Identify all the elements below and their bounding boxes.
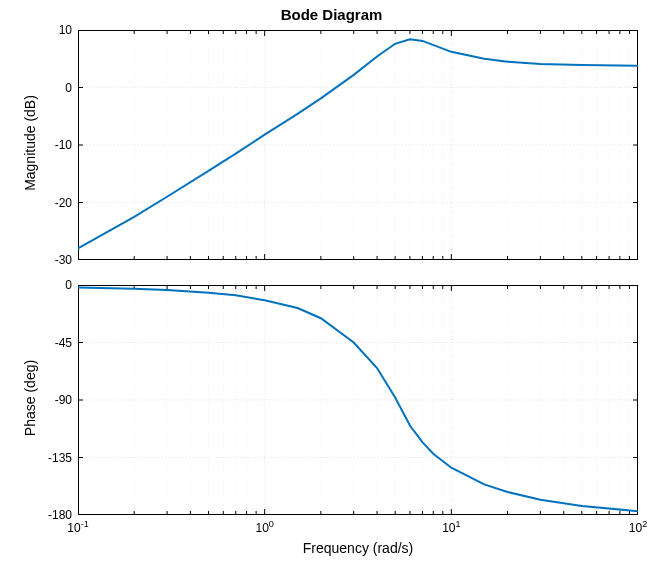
- magnitude-plot: [78, 30, 638, 260]
- chart-title: Bode Diagram: [0, 6, 663, 23]
- phase-ytick-label: -45: [32, 336, 72, 350]
- x-tick-label: 100: [245, 519, 285, 535]
- magnitude-ytick-label: 10: [32, 23, 72, 37]
- phase-plot: [78, 285, 638, 515]
- magnitude-ytick-label: -20: [32, 196, 72, 210]
- magnitude-ytick-label: -10: [32, 138, 72, 152]
- magnitude-ytick-label: 0: [32, 81, 72, 95]
- x-tick-label: 101: [431, 519, 471, 535]
- x-tick-label: 10-1: [58, 519, 98, 535]
- phase-ytick-label: -135: [32, 451, 72, 465]
- x-tick-label: 102: [618, 519, 658, 535]
- phase-ytick-label: -90: [32, 393, 72, 407]
- magnitude-ytick-label: -30: [32, 253, 72, 267]
- xlabel: Frequency (rad/s): [78, 540, 638, 556]
- bode-figure: Bode Diagram Magnitude (dB) -30-20-10010…: [0, 0, 663, 571]
- phase-ytick-label: 0: [32, 278, 72, 292]
